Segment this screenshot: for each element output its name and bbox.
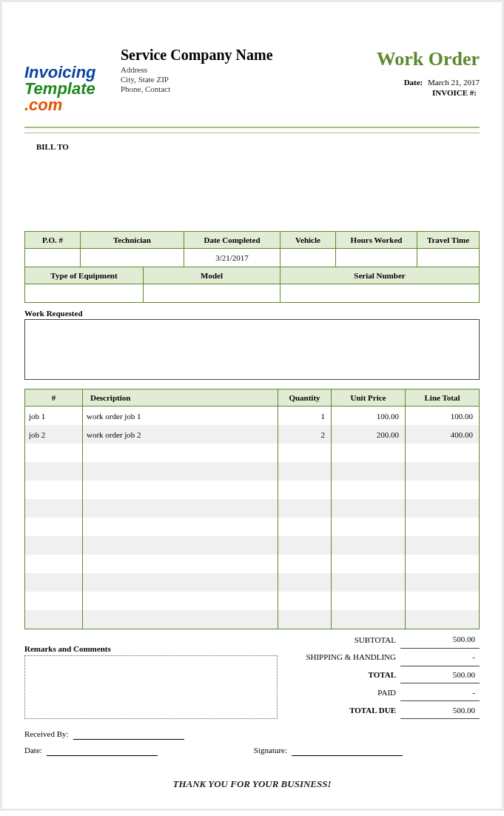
shipping-value: -: [400, 648, 480, 666]
header-travel-time: Travel Time: [417, 232, 480, 249]
item-qty: [278, 462, 332, 481]
item-num: job 1: [25, 407, 83, 426]
item-total: [406, 499, 480, 518]
cell-model: [144, 284, 280, 303]
item-qty: [278, 592, 332, 610]
totals-area: Remarks and Comments SUBTOTAL 500.00 SHI…: [24, 631, 480, 719]
item-row: [25, 481, 480, 499]
cell-po: [25, 249, 81, 267]
header-hours-worked: Hours Worked: [336, 232, 417, 249]
item-desc: work order job 1: [83, 407, 278, 426]
item-total: 100.00: [406, 407, 480, 426]
item-qty: [278, 481, 332, 499]
item-price: [332, 444, 406, 462]
item-total: 400.00: [406, 425, 480, 444]
cell-equipment-type: [25, 284, 144, 303]
cell-travel-time: [417, 249, 480, 267]
item-num: [25, 499, 83, 518]
item-qty: [278, 499, 332, 518]
cell-technician: [81, 249, 184, 267]
remarks-box: [24, 655, 278, 719]
item-price: [332, 536, 406, 555]
logo: Invoicing Template .com: [24, 47, 113, 115]
job-info-table-1: P.O. # Technician Date Completed Vehicle…: [24, 231, 480, 267]
item-total: [406, 592, 480, 610]
subtotal-label: SUBTOTAL: [301, 631, 400, 648]
work-order-page: Invoicing Template .com Service Company …: [0, 0, 504, 811]
item-total: [406, 518, 480, 536]
item-desc: [83, 610, 278, 629]
company-block: Service Company Name Address City, State…: [113, 47, 332, 115]
items-header-qty: Quantity: [278, 389, 332, 407]
items-header-total: Line Total: [406, 389, 480, 407]
received-by-line: [73, 729, 184, 740]
item-row: [25, 573, 480, 592]
cell-date-completed: 3/21/2017: [184, 249, 280, 267]
company-city-state-zip: City, State ZIP: [121, 75, 332, 84]
item-qty: 1: [278, 407, 332, 426]
total-value: 500.00: [400, 666, 480, 683]
item-desc: [83, 573, 278, 592]
title-block: Work Order Date: March 21, 2017 INVOICE …: [332, 47, 480, 115]
meta-date-row: Date: March 21, 2017: [332, 78, 480, 87]
sign-block: Received By: Date: Signature:: [24, 729, 480, 756]
item-desc: [83, 555, 278, 573]
subtotal-value: 500.00: [400, 631, 480, 648]
items-header-desc: Description: [83, 389, 278, 407]
meta-date-label: Date:: [404, 78, 423, 87]
job-info: P.O. # Technician Date Completed Vehicle…: [24, 231, 480, 303]
item-num: [25, 555, 83, 573]
item-qty: [278, 573, 332, 592]
item-desc: [83, 462, 278, 481]
item-price: [332, 499, 406, 518]
company-phone: Phone, Contact: [121, 84, 332, 93]
item-row: [25, 592, 480, 610]
sign-date-label: Date:: [24, 746, 45, 756]
due-value: 500.00: [400, 701, 480, 719]
logo-text-com: .com: [24, 96, 62, 114]
item-price: 200.00: [332, 425, 406, 444]
bill-to-label: BILL TO: [36, 142, 480, 151]
item-price: [332, 481, 406, 499]
header-vehicle: Vehicle: [280, 232, 336, 249]
item-desc: [83, 444, 278, 462]
items-table-wrap: # Description Quantity Unit Price Line T…: [24, 389, 480, 629]
cell-serial-number: [280, 284, 480, 303]
job-info-table-2: Type of Equipment Model Serial Number: [24, 267, 480, 303]
item-num: [25, 573, 83, 592]
item-row: [25, 536, 480, 555]
signature-line: [292, 746, 403, 756]
item-total: [406, 573, 480, 592]
work-requested-label: Work Requested: [24, 309, 480, 318]
item-row: [25, 444, 480, 462]
item-total: [406, 462, 480, 481]
item-desc: [83, 518, 278, 536]
work-requested-box: [24, 319, 480, 380]
item-price: [332, 610, 406, 629]
item-qty: [278, 555, 332, 573]
item-num: [25, 592, 83, 610]
totals-table: SUBTOTAL 500.00 SHIPPING & HANDLING - TO…: [301, 631, 480, 719]
item-num: job 2: [25, 425, 83, 444]
header-equipment-type: Type of Equipment: [25, 267, 144, 284]
remarks-block: Remarks and Comments: [24, 631, 301, 719]
item-desc: [83, 536, 278, 555]
item-qty: 2: [278, 425, 332, 444]
cell-hours-worked: [336, 249, 417, 267]
item-desc: [83, 592, 278, 610]
paid-value: -: [400, 683, 480, 701]
item-num: [25, 536, 83, 555]
document-title: Work Order: [332, 48, 480, 70]
item-num: [25, 610, 83, 629]
item-total: [406, 481, 480, 499]
header-date-completed: Date Completed: [184, 232, 280, 249]
item-row: [25, 555, 480, 573]
company-name: Service Company Name: [121, 47, 332, 64]
item-total: [406, 536, 480, 555]
item-qty: [278, 610, 332, 629]
header-technician: Technician: [81, 232, 184, 249]
items-header-num: #: [25, 389, 83, 407]
divider-rule: [24, 127, 480, 133]
received-by-row: Received By:: [24, 729, 480, 740]
paid-label: PAID: [301, 683, 400, 701]
